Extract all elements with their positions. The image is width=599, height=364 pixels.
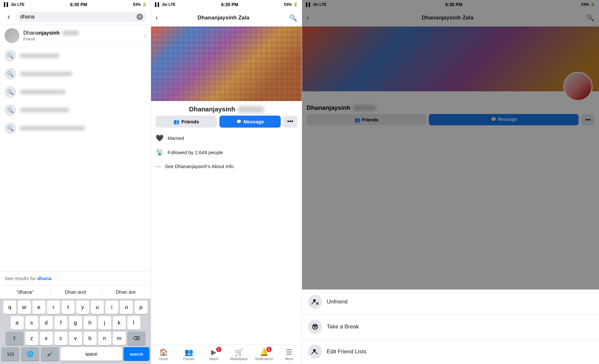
search-icon-1: 🔍 [5,50,16,62]
nav-watch-label: Watch [209,357,218,361]
key-y[interactable]: y [76,301,89,314]
nav-watch[interactable]: ▶ 7 Watch [201,345,227,364]
nav-marketplace[interactable]: 🛒 Marketplace [227,345,252,364]
svg-point-6 [313,349,316,352]
nav-friends-label: Friends [183,357,194,361]
key-j[interactable]: j [98,316,111,330]
key-i[interactable]: i [105,301,118,314]
key-delete[interactable]: ⌫ [127,332,146,345]
menu-item-unfriend[interactable]: Unfriend [302,290,599,314]
search-button-profile[interactable]: 🔍 [289,14,297,22]
key-a[interactable]: a [11,316,24,330]
friends-menu-sheet: Unfriend Take a Break Edit [302,290,599,364]
about-icon: ··· [156,163,161,170]
bottom-navigation: 🏠 Home 👥 Friends ▶ 7 Watch 🛒 Marketplace… [151,345,302,364]
key-d[interactable]: d [40,316,53,330]
key-t[interactable]: t [62,301,75,314]
profile-name-row: Dhananjaysinh [151,101,302,116]
key-z[interactable]: z [25,332,38,345]
nav-marketplace-label: Marketplace [230,357,248,361]
svg-point-4 [313,325,315,327]
friends-icon: 👥 [173,119,180,125]
profile-header: ‹ Dhananjaysinh Zala 🔍 [151,9,302,27]
key-x[interactable]: x [40,332,53,345]
nav-friends-icon: 👥 [184,348,193,357]
menu-item-edit-lists[interactable]: Edit Friend Lists [302,339,599,364]
key-p[interactable]: p [135,301,147,314]
key-search[interactable]: search [123,347,149,361]
key-b[interactable]: b [84,332,97,345]
key-s[interactable]: s [25,316,38,330]
autocomplete-dhan-and[interactable]: Dhan and [50,288,100,296]
key-h[interactable]: h [84,316,97,330]
take-break-icon [308,320,322,334]
menu-item-take-break[interactable]: Take a Break [302,314,599,339]
key-k[interactable]: k [113,316,126,330]
keyboard-row-4: 123 🌐 🎤 space search [0,347,151,361]
back-button-profile[interactable]: ‹ [156,14,158,21]
unfriend-icon [308,295,322,309]
nav-menu[interactable]: ☰ Menu [277,345,302,364]
key-w[interactable]: w [18,301,31,314]
search-result-row-5[interactable]: 🔍 [0,119,151,137]
suggestion-item-dhananjaysinh[interactable]: Dhananjaysinh Friend › [0,25,151,47]
autocomplete-dhan-are[interactable]: Dhan are [101,288,151,296]
key-g[interactable]: g [69,316,82,330]
search-input[interactable] [20,14,135,20]
svg-point-0 [313,299,316,302]
unfriend-label: Unfriend [327,299,347,305]
key-shift[interactable]: ⇧ [6,332,24,345]
key-l[interactable]: l [127,316,140,330]
key-m[interactable]: m [113,332,126,345]
friends-button[interactable]: 👥 Friends [156,116,217,128]
search-panel: ▌▌ Jio LTE 6:35 PM 53% 🔋 ‹ ✕ Dhananjaysi… [0,0,151,364]
nav-home[interactable]: 🏠 Home [151,345,176,364]
search-input-wrap[interactable]: ✕ [16,12,147,22]
signal-icon-2: ▌▌ [155,2,160,7]
search-results-list: 🔍 🔍 🔍 🔍 🔍 [0,47,151,271]
nav-notifications[interactable]: 🔔 3 Notifications [252,345,277,364]
profile-title: Dhananjaysinh Zala [158,15,289,21]
search-result-row-1[interactable]: 🔍 [0,47,151,65]
key-emoji[interactable]: 🌐 [21,347,39,361]
marketplace-icon: 🛒 [235,348,243,357]
back-button[interactable]: ‹ [4,12,14,22]
clear-search-button[interactable]: ✕ [136,14,143,20]
battery-icon-1: 🔋 [142,2,147,7]
keyboard-row-2: a s d f g h j k l [0,316,151,330]
key-n[interactable]: n [98,332,111,345]
key-v[interactable]: v [69,332,82,345]
key-123[interactable]: 123 [1,347,19,361]
nav-home-label: Home [159,357,168,361]
key-r[interactable]: r [47,301,60,314]
key-q[interactable]: q [3,301,16,314]
profile-name-blurred [238,106,264,113]
search-icon-3: 🔍 [5,86,16,98]
search-icon-4: 🔍 [5,104,16,116]
key-mic[interactable]: 🎤 [41,347,59,361]
more-options-button[interactable]: ••• [283,116,297,128]
see-results-link[interactable]: See results for dhana [0,271,151,285]
suggestion-text: Dhananjaysinh Friend [23,30,140,41]
info-item-about[interactable]: ··· See Dhananjaysinh's About Info [151,159,302,173]
key-e[interactable]: e [32,301,45,314]
search-result-row-2[interactable]: 🔍 [0,65,151,83]
edit-lists-label: Edit Friend Lists [327,348,366,355]
key-c[interactable]: c [54,332,67,345]
more-icon: ••• [287,118,293,125]
message-button[interactable]: 💬 Message [219,116,281,128]
key-f[interactable]: f [54,316,67,330]
key-u[interactable]: u [91,301,104,314]
search-bar: ‹ ✕ [0,9,151,25]
info-married: Married [168,135,184,141]
messenger-icon: 💬 [236,119,241,124]
take-break-label: Take a Break [327,324,359,330]
nav-friends[interactable]: 👥 Friends [176,345,202,364]
keyboard-row-3: ⇧ z x c v b n m ⌫ [0,332,151,345]
search-result-row-4[interactable]: 🔍 [0,101,151,119]
keyboard: q w e r t y u i o p a s d f g h j k l ⇧ … [0,299,151,364]
key-space[interactable]: space [61,347,122,361]
autocomplete-dhana[interactable]: "dhana" [0,288,50,296]
search-result-row-3[interactable]: 🔍 [0,83,151,101]
key-o[interactable]: o [120,301,133,314]
